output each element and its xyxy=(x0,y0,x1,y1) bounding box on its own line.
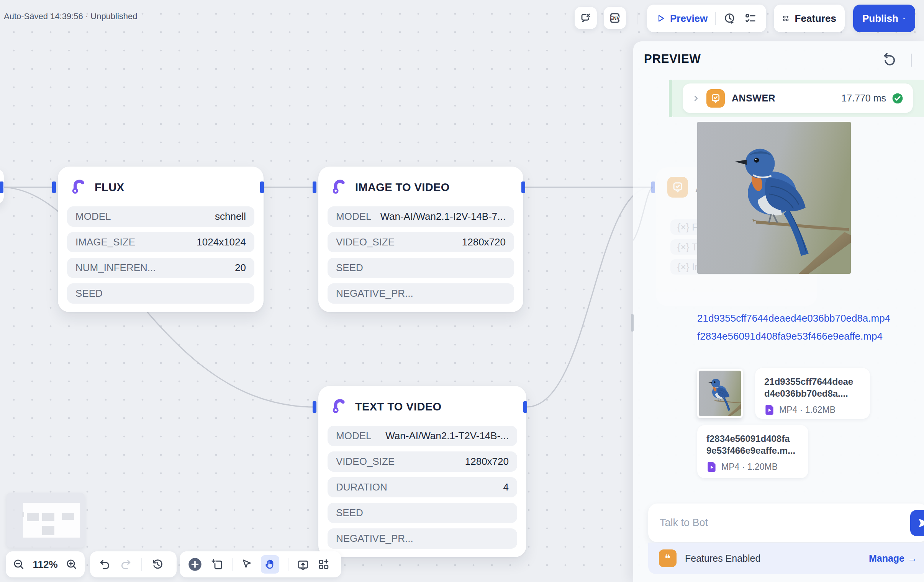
handle-t2v-in[interactable] xyxy=(313,401,317,413)
zoom-controls: 112% xyxy=(6,551,85,577)
handle-t2v-out[interactable] xyxy=(523,401,527,413)
preview-run-group[interactable]: Preview xyxy=(647,5,766,32)
autosave-status: Auto-Saved 14:39:56 · Unpublished xyxy=(4,12,137,21)
answer-duration: 17.770 ms xyxy=(841,93,886,104)
chat-input-card xyxy=(648,503,924,542)
handle-flux-out[interactable] xyxy=(260,181,264,193)
send-button[interactable] xyxy=(910,510,924,536)
panel-resize-handle[interactable] xyxy=(631,314,634,331)
video-link[interactable]: 21d9355cff7644deaed4e036bb70ed8a.mp4 xyxy=(697,309,895,327)
svg-text:ENV: ENV xyxy=(610,16,620,21)
handle-answer-in xyxy=(651,181,655,193)
param-negative-prompt[interactable]: NEGATIVE_PR... xyxy=(328,528,517,549)
features-icon xyxy=(782,13,790,24)
edge-stubs xyxy=(633,41,679,271)
add-node-icon[interactable] xyxy=(187,557,203,572)
pill-divider xyxy=(141,558,142,571)
node-title: FLUX xyxy=(95,181,124,194)
handle-input-out[interactable] xyxy=(0,181,3,193)
node-title: IMAGE TO VIDEO xyxy=(355,181,450,194)
param-negative-prompt[interactable]: NEGATIVE_PR... xyxy=(328,284,514,303)
fal-logo-icon xyxy=(331,179,347,196)
canvas-tools xyxy=(180,551,342,577)
toolbar-divider xyxy=(637,12,637,25)
param-duration[interactable]: DURATION 4 xyxy=(328,477,517,497)
add-frame-icon[interactable] xyxy=(211,558,223,570)
zoom-out-icon[interactable] xyxy=(13,558,25,570)
refresh-icon[interactable] xyxy=(881,51,897,67)
file-meta: MP4 · 1.62MB xyxy=(779,405,835,415)
redo-icon[interactable] xyxy=(120,558,132,570)
file-meta: MP4 · 1.20MB xyxy=(721,462,778,472)
pan-hand-tool[interactable] xyxy=(261,555,279,574)
answer-result-row[interactable]: ANSWER 17.770 ms xyxy=(683,84,913,113)
param-model[interactable]: MODEL schnell xyxy=(67,206,254,227)
panel-header-divider xyxy=(911,54,912,67)
manage-features-link[interactable]: Manage → xyxy=(869,553,917,564)
zoom-in-icon[interactable] xyxy=(66,558,78,570)
preview-panel: ANSWER {×} F... {×} T... {×} In... PREVI… xyxy=(633,41,924,582)
history-controls xyxy=(90,551,177,577)
node-image-to-video[interactable]: IMAGE TO VIDEO MODEL Wan-AI/Wan2.1-I2V-1… xyxy=(318,167,523,312)
minimap[interactable] xyxy=(7,493,85,547)
chat-x-icon xyxy=(579,12,592,24)
image-attachment-thumbnail[interactable] xyxy=(697,369,743,418)
fal-logo-icon xyxy=(331,398,347,415)
param-model[interactable]: MODEL Wan-AI/Wan2.1-T2V-14B-... xyxy=(328,426,517,446)
param-model[interactable]: MODEL Wan-AI/Wan2.1-I2V-14B-7... xyxy=(328,206,514,227)
node-title: TEXT TO VIDEO xyxy=(355,401,441,413)
file-links: 21d9355cff7644deaed4e036bb70ed8a.mp4 f28… xyxy=(697,309,924,345)
answer-icon xyxy=(706,89,725,107)
hand-icon xyxy=(264,559,276,570)
components-icon[interactable] xyxy=(318,558,330,570)
chat-input[interactable] xyxy=(648,517,924,529)
publish-button[interactable]: Publish xyxy=(853,5,915,32)
preview-button[interactable]: Preview xyxy=(670,13,708,25)
version-history-icon[interactable] xyxy=(151,558,163,570)
undo-icon[interactable] xyxy=(99,558,111,570)
minimap-viewport xyxy=(23,503,80,537)
success-check-icon xyxy=(891,92,904,104)
mp4-file-icon xyxy=(706,461,717,473)
clear-chat-button[interactable] xyxy=(575,7,597,29)
node-text-to-video[interactable]: TEXT TO VIDEO MODEL Wan-AI/Wan2.1-T2V-14… xyxy=(318,386,526,557)
pill-divider xyxy=(715,12,716,25)
handle-i2v-in[interactable] xyxy=(313,181,317,193)
panel-title: PREVIEW xyxy=(644,52,701,66)
param-seed[interactable]: SEED xyxy=(328,503,517,523)
features-button[interactable]: Features xyxy=(774,5,845,32)
export-view-icon[interactable] xyxy=(297,558,309,570)
run-history-icon[interactable] xyxy=(724,12,736,25)
video-attachment-card[interactable]: 21d9355cff7644deae d4e036bb70ed8a.... MP… xyxy=(755,368,870,419)
pill-divider xyxy=(288,558,289,571)
param-video-size[interactable]: VIDEO_SIZE 1280x720 xyxy=(328,232,514,252)
play-icon xyxy=(656,14,665,23)
chevron-right-icon[interactable] xyxy=(692,94,700,102)
answer-node-icon xyxy=(667,177,688,198)
chevron-down-icon xyxy=(902,15,906,22)
select-cursor-icon[interactable] xyxy=(241,559,252,570)
answer-result-accent xyxy=(669,80,672,117)
param-video-size[interactable]: VIDEO_SIZE 1280x720 xyxy=(328,452,517,472)
handle-i2v-out[interactable] xyxy=(521,181,525,193)
quote-icon: ❝ xyxy=(659,549,676,567)
video-link[interactable]: f2834e56091d408fa9e53f466e9eaffe.mp4 xyxy=(697,327,924,345)
handle-flux-in[interactable] xyxy=(52,181,56,193)
param-image-size[interactable]: IMAGE_SIZE 1024x1024 xyxy=(67,232,254,252)
node-flux[interactable]: FLUX MODEL schnell IMAGE_SIZE 1024x1024 … xyxy=(58,167,264,312)
app-window: FLUX MODEL schnell IMAGE_SIZE 1024x1024 … xyxy=(0,0,924,582)
fal-logo-icon xyxy=(70,179,87,196)
top-toolbar: ENV Preview xyxy=(0,0,924,37)
param-num-inference[interactable]: NUM_INFEREN... 20 xyxy=(67,258,254,278)
pill-divider xyxy=(232,558,233,571)
env-icon: ENV xyxy=(608,11,622,25)
video-attachment-card[interactable]: f2834e56091d408fa 9e53f466e9eaffe.m... M… xyxy=(697,425,808,478)
env-variables-button[interactable]: ENV xyxy=(604,7,626,29)
param-seed[interactable]: SEED xyxy=(67,284,254,303)
mp4-file-icon xyxy=(764,404,775,415)
arrow-right-icon: → xyxy=(908,553,917,564)
checklist-icon[interactable] xyxy=(744,12,757,25)
generated-bird-image[interactable] xyxy=(697,122,851,274)
zoom-level[interactable]: 112% xyxy=(33,559,58,570)
param-seed[interactable]: SEED xyxy=(328,258,514,278)
